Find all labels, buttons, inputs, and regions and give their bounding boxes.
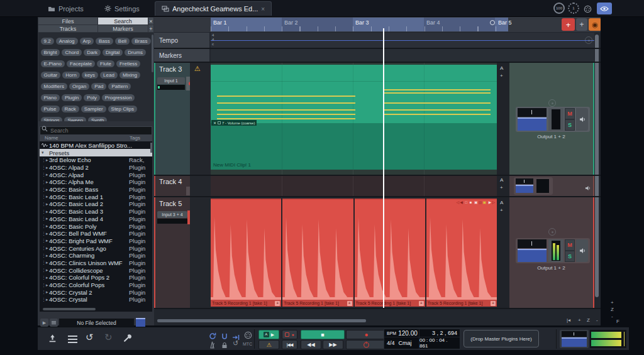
tempo-curve[interactable]: [211, 40, 594, 41]
list-item-preset[interactable]: ⋮▸ 4OSC: Charming Plugin: [40, 252, 152, 259]
add-panel-button[interactable]: +: [148, 25, 153, 32]
list-item-preset[interactable]: ⋮▸ 4OSC: Alpha Me Plugin: [40, 178, 152, 186]
list-item-preset[interactable]: ⋮▸ 4OSC: Basic Lead 3 Plugin: [40, 208, 152, 216]
add-track-button[interactable]: +: [562, 18, 575, 31]
auto-play-button[interactable]: A ▶: [258, 330, 279, 339]
mute-button[interactable]: M: [565, 108, 575, 119]
track-3-name[interactable]: Track 3: [159, 65, 182, 73]
monitor-button[interactable]: [576, 108, 588, 131]
list-item-audio[interactable]: 140 BPM Alex Sanfilippo Stro...: [40, 141, 152, 149]
vertical-scrollbar[interactable]: [595, 35, 599, 297]
clip-add-button[interactable]: +: [419, 301, 424, 306]
metronome-button[interactable]: [209, 340, 216, 351]
tag-chip[interactable]: keys: [82, 72, 98, 79]
preview-menu-button[interactable]: [50, 319, 58, 327]
bpm-value[interactable]: 120.00: [398, 330, 418, 337]
audio-clip[interactable]: Track 5 Recording 1 [take 1] +: [355, 199, 425, 307]
markers-track-header[interactable]: Markers: [154, 49, 209, 62]
midi-clip[interactable]: [211, 65, 497, 123]
tag-chip[interactable]: Step Clips: [108, 106, 137, 112]
preview-volume-slider[interactable]: [136, 318, 145, 327]
key-signature[interactable]: Cmaj: [399, 340, 412, 346]
clip-toolbar[interactable]: ◁◀ □ ■ ▣▨▣ ▶▷: [436, 200, 496, 204]
clip-add-button[interactable]: +: [347, 301, 352, 306]
search-box[interactable]: [40, 124, 152, 133]
track-3-output-label[interactable]: Output 1 + 2: [509, 134, 593, 139]
tab-settings[interactable]: Settings: [98, 2, 146, 15]
time-display-panel[interactable]: BPM 120.00 3 , 2 , 694 4/4 Cmaj 00 : 00 …: [384, 329, 460, 349]
tag-chip[interactable]: Progression: [102, 94, 135, 101]
list-item-preset[interactable]: ⋮▸ 4OSC: Clinics Unison WMF Plugin: [40, 259, 152, 267]
track-3-header[interactable]: Track 3 Input 1: [154, 63, 190, 175]
master-volume-fader[interactable]: [562, 337, 587, 347]
tab-edit-active[interactable]: Angecheckt Gearnews Ed... ×: [155, 1, 272, 16]
automation-param-tag[interactable]: ✕7 - Volume (coarse): [211, 120, 257, 126]
mute-button[interactable]: M: [565, 239, 575, 251]
clip-add-button[interactable]: +: [491, 301, 496, 306]
track-5-name[interactable]: Track 5: [159, 200, 182, 207]
volume-fader[interactable]: [518, 249, 547, 262]
rewind-button[interactable]: ◀◀: [301, 340, 321, 349]
list-item-preset[interactable]: ⋮▸ 4OSC: Crystal 2 Plugin: [40, 288, 152, 296]
tag-chip[interactable]: Modifiers: [41, 83, 67, 90]
automation-button[interactable]: A: [500, 200, 503, 205]
record-options-button[interactable]: ◉: [589, 18, 601, 31]
automation-button[interactable]: A: [500, 177, 503, 183]
warning-icon[interactable]: ⚠: [194, 65, 201, 73]
add-lane-button[interactable]: +: [500, 73, 503, 79]
close-icon[interactable]: ✕: [213, 121, 216, 125]
tag-chip[interactable]: Horn: [62, 72, 79, 79]
timeline-ruler[interactable]: Bar 1 Bar 2 Bar 3 Bar 4 Bar 5 + + ◉: [154, 17, 601, 32]
tag-chip[interactable]: Piano: [41, 94, 60, 101]
tag-chip[interactable]: Organ: [69, 83, 89, 90]
tag-chip[interactable]: Guitar: [41, 72, 61, 79]
track-3-input-button[interactable]: Input 1: [157, 77, 185, 84]
param-checkbox[interactable]: [218, 121, 221, 124]
tag-chip[interactable]: Arp: [80, 38, 94, 45]
master-plugin-drop-zone[interactable]: (Drop Master Plugins Here): [464, 330, 539, 347]
tag-chip[interactable]: Flute: [97, 60, 114, 67]
list-item-preset[interactable]: ⋮▸ 4OSC: Basic Lead 1 Plugin: [40, 193, 152, 200]
time-signature[interactable]: 4/4: [387, 340, 395, 346]
vzoom-out-button[interactable]: -: [611, 314, 613, 319]
list-item-preset[interactable]: ⋮▸ 4OSC: Colorful Pops 2 Plugin: [40, 274, 152, 281]
solo-button[interactable]: S: [565, 251, 575, 262]
visibility-button[interactable]: [597, 3, 612, 14]
tag-chip[interactable]: Faceplate: [67, 60, 95, 67]
tag-chip[interactable]: Brass: [131, 38, 150, 45]
playhead[interactable]: [383, 28, 384, 308]
list-item-preset[interactable]: ⋮▸ 4OSC: Basic Lead 2 Plugin: [40, 200, 152, 208]
tag-chip[interactable]: Digital: [103, 49, 123, 56]
cpu-meter-knob[interactable]: 100: [553, 3, 565, 14]
return-to-zero-button[interactable]: |◀◀: [282, 340, 297, 349]
tag-chip[interactable]: Bell: [115, 38, 130, 45]
tag-chip[interactable]: Plugin: [62, 94, 82, 101]
vzoom-level-label[interactable]: Z: [611, 307, 614, 312]
tab-files[interactable]: Files: [38, 18, 97, 25]
tag-chip[interactable]: Poly: [84, 94, 100, 101]
close-panel-button[interactable]: ×: [148, 18, 153, 25]
list-item-preset[interactable]: ⋮▸ 4OSC: Basic Poly Plugin: [40, 222, 152, 230]
list-item-preset[interactable]: ⋮▸ 4OSC: Bell Pad WMF Plugin: [40, 230, 152, 238]
tab-search[interactable]: Search: [98, 18, 148, 25]
record-mode-button[interactable]: ●: [282, 330, 297, 339]
timecode[interactable]: 00 : 00 : 04 . 861: [419, 337, 460, 349]
volume-fader[interactable]: [518, 117, 547, 131]
list-item-preset[interactable]: ⋮▸ 3rd Below Echo Rack,: [40, 156, 152, 164]
horizontal-scrollbar[interactable]: [157, 319, 366, 322]
tempo-track-header[interactable]: Tempo: [154, 33, 209, 48]
monitor-button[interactable]: [576, 239, 588, 262]
list-item-preset[interactable]: ⋮▸ 4OSC: Centuries Ago Plugin: [40, 244, 152, 252]
tag-chip[interactable]: Strings: [41, 117, 63, 121]
zoom-in-button[interactable]: +: [578, 317, 581, 323]
list-item-preset[interactable]: ⋮▸ 4OSC: Alpad 2 Plugin: [40, 164, 152, 172]
zoom-level-label[interactable]: Z: [587, 317, 590, 323]
list-item-preset[interactable]: ⋮▸ 4OSC: Basic Bass Plugin: [40, 186, 152, 194]
track-4-lane[interactable]: [211, 176, 497, 196]
warning-button[interactable]: ⚠: [258, 340, 279, 349]
list-item-preset[interactable]: ⋮▸ 4OSC: Basic Lead 4 Plugin: [40, 216, 152, 223]
tag-scrollbar[interactable]: [152, 35, 153, 72]
tab-markers[interactable]: Markers: [98, 25, 148, 32]
level-knob[interactable]: 1: [568, 3, 579, 14]
tag-chip[interactable]: Pattern: [108, 83, 131, 90]
